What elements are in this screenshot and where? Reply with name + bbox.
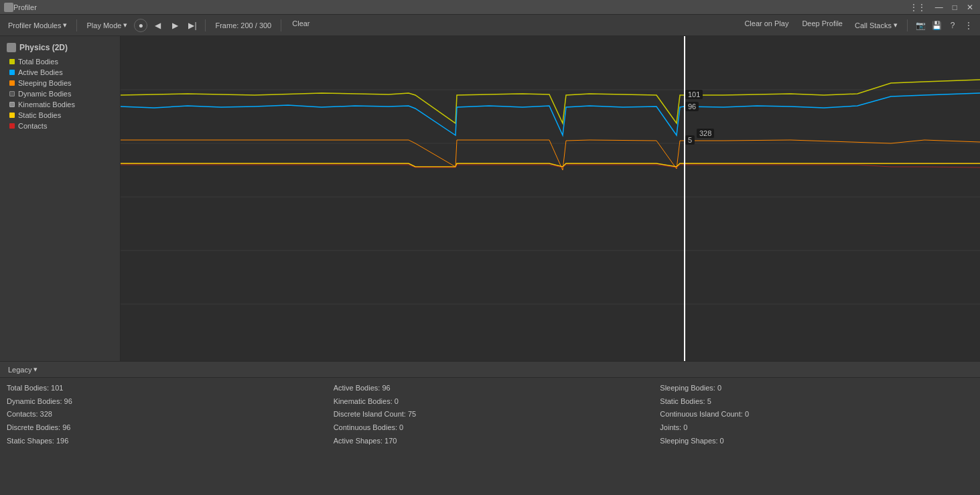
physics-2d-icon (7, 43, 16, 52)
bottom-panel: Legacy ▾ Total Bodies: 101 Active Bodies… (0, 361, 980, 495)
clear-button[interactable]: Clear (287, 18, 315, 33)
modules-chevron-icon: ▾ (63, 21, 67, 29)
sidebar-item-total-bodies[interactable]: Total Bodies (0, 56, 120, 67)
prev-frame-button[interactable]: ◀ (150, 18, 165, 33)
active-bodies-label: Active Bodies (18, 68, 63, 76)
stat-dynamic-bodies: Dynamic Bodies: 96 (7, 395, 320, 408)
sidebar-title: Physics (2D) (0, 40, 120, 56)
help-icon[interactable]: ? (945, 18, 960, 33)
stat-static-shapes: Static Shapes: 196 (7, 435, 320, 447)
stat-active-bodies: Active Bodies: 96 (334, 382, 647, 395)
last-frame-button[interactable]: ▶| (185, 18, 200, 33)
stat-discrete-island: Discrete Island Count: 75 (334, 408, 647, 421)
sidebar-item-active-bodies[interactable]: Active Bodies (0, 67, 120, 78)
stat-continuous-bodies: Continuous Bodies: 0 (334, 421, 647, 434)
more-options-icon[interactable]: ⋮⋮ (907, 3, 928, 12)
call-stacks-label: Call Stacks (855, 21, 892, 29)
call-stacks-chevron-icon: ▾ (894, 21, 898, 29)
cursor-line (684, 36, 685, 361)
sidebar-title-text: Physics (2D) (19, 43, 68, 52)
legacy-chevron-icon: ▾ (33, 365, 38, 374)
value-label-5: 5 (685, 135, 695, 145)
stat-static-bodies: Static Bodies: 5 (660, 395, 973, 408)
title-bar-title: Profiler (13, 3, 37, 11)
save-icon[interactable]: 💾 (929, 18, 944, 33)
stat-continuous-island: Continuous Island Count: 0 (660, 408, 973, 421)
play-mode-label: Play Mode (86, 21, 121, 29)
play-mode-chevron-icon: ▾ (123, 21, 127, 29)
toolbar-sep-1 (76, 19, 77, 31)
contacts-label: Contacts (18, 122, 47, 130)
profiler-modules-label: Profiler Modules (8, 21, 61, 29)
toolbar-sep-3 (281, 19, 281, 31)
sidebar-item-dynamic-bodies[interactable]: Dynamic Bodies (0, 88, 120, 99)
stat-kinematic-bodies: Kinematic Bodies: 0 (334, 395, 647, 408)
toolbar-sep-2 (205, 19, 206, 31)
deep-profile-button[interactable]: Deep Profile (796, 18, 848, 33)
contacts-color (9, 123, 15, 129)
record-button[interactable]: ● (134, 19, 147, 32)
chart-area[interactable]: 101 96 5 328 (121, 36, 980, 361)
screenshot-icon[interactable]: 📷 (913, 18, 928, 33)
stat-active-shapes: Active Shapes: 170 (334, 435, 647, 447)
chart-svg (121, 36, 980, 361)
clear-on-play-button[interactable]: Clear on Play (739, 18, 794, 33)
toolbar-sep-right (907, 19, 908, 31)
sidebar-item-contacts[interactable]: Contacts (0, 121, 120, 131)
sleeping-bodies-label: Sleeping Bodies (18, 79, 72, 87)
maximize-button[interactable]: □ (950, 3, 960, 12)
dynamic-bodies-color (9, 91, 15, 96)
static-bodies-color (9, 113, 15, 118)
stat-joints: Joints: 0 (660, 421, 973, 434)
stat-sleeping-bodies: Sleeping Bodies: 0 (660, 382, 973, 395)
title-bar: Profiler ⋮⋮ — □ ✕ (0, 0, 980, 15)
active-bodies-color (9, 70, 15, 75)
sidebar: Physics (2D) Total Bodies Active Bodies … (0, 36, 121, 361)
stat-contacts: Contacts: 328 (7, 408, 320, 421)
toolbar-action-icons: 📷 💾 ? ⋮ (913, 18, 976, 33)
legacy-label: Legacy (8, 366, 31, 374)
sleeping-bodies-color (9, 80, 15, 86)
value-label-101: 101 (685, 90, 703, 99)
dynamic-bodies-label: Dynamic Bodies (18, 90, 71, 98)
toolbar: Profiler Modules ▾ Play Mode ▾ ● ◀ ▶ ▶| … (0, 15, 980, 36)
stat-total-bodies: Total Bodies: 101 (7, 382, 320, 395)
total-bodies-color (9, 59, 15, 64)
call-stacks-dropdown[interactable]: Call Stacks ▾ (851, 18, 902, 33)
close-button[interactable]: ✕ (964, 3, 976, 12)
sidebar-item-sleeping-bodies[interactable]: Sleeping Bodies (0, 78, 120, 88)
profiler-modules-dropdown[interactable]: Profiler Modules ▾ (4, 18, 71, 33)
stat-discrete-bodies: Discrete Bodies: 96 (7, 421, 320, 434)
next-frame-button[interactable]: ▶ (167, 18, 182, 33)
value-label-96: 96 (685, 102, 699, 111)
profiler-icon (4, 3, 13, 12)
total-bodies-label: Total Bodies (18, 58, 58, 66)
bottom-toolbar: Legacy ▾ (0, 362, 980, 378)
title-bar-controls: ⋮⋮ — □ ✕ (907, 3, 976, 12)
bottom-content: Total Bodies: 101 Active Bodies: 96 Slee… (0, 378, 980, 451)
play-mode-dropdown[interactable]: Play Mode ▾ (82, 18, 131, 33)
toolbar-right: Clear on Play Deep Profile Call Stacks ▾… (739, 18, 976, 33)
static-bodies-label: Static Bodies (18, 111, 61, 119)
main-area: Physics (2D) Total Bodies Active Bodies … (0, 36, 980, 361)
kinematic-bodies-label: Kinematic Bodies (18, 100, 75, 109)
frame-counter: Frame: 200 / 300 (211, 21, 275, 29)
legacy-dropdown[interactable]: Legacy ▾ (4, 364, 42, 376)
overflow-icon[interactable]: ⋮ (961, 18, 976, 33)
value-label-328: 328 (697, 129, 714, 138)
sidebar-item-static-bodies[interactable]: Static Bodies (0, 110, 120, 121)
minimize-button[interactable]: — (932, 3, 946, 12)
sidebar-item-kinematic-bodies[interactable]: Kinematic Bodies (0, 99, 120, 110)
kinematic-bodies-color (9, 102, 15, 107)
stat-sleeping-shapes: Sleeping Shapes: 0 (660, 435, 973, 447)
